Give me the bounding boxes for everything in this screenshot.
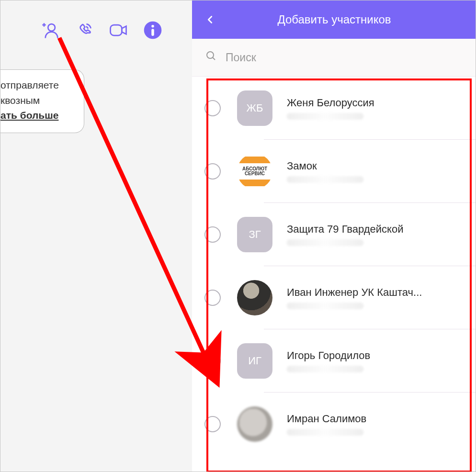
contact-info: Иван Инженер УК Каштач... bbox=[287, 286, 464, 309]
select-checkbox[interactable] bbox=[204, 163, 221, 180]
contact-info: Игорь Городилов bbox=[287, 349, 464, 372]
contact-row[interactable]: ИГ Игорь Городилов bbox=[192, 329, 476, 393]
search-icon bbox=[205, 50, 217, 65]
avatar: ЖБ bbox=[237, 90, 272, 126]
video-call-icon[interactable] bbox=[108, 20, 129, 41]
avatar: ИГ bbox=[237, 343, 272, 379]
chat-toolbar bbox=[0, 0, 192, 60]
contact-subtext bbox=[287, 366, 363, 372]
contact-name: Игорь Городилов bbox=[287, 349, 459, 362]
contact-name: Имран Салимов bbox=[287, 413, 459, 425]
contact-subtext bbox=[287, 239, 363, 246]
svg-rect-3 bbox=[111, 25, 122, 35]
contact-name: Защита 79 Гвардейской bbox=[287, 223, 459, 236]
contact-row[interactable]: АБСОЛЮТСЕРВИС Замок bbox=[192, 140, 476, 203]
learn-more-link[interactable]: ать больше bbox=[0, 108, 74, 123]
select-checkbox[interactable] bbox=[204, 226, 221, 243]
select-checkbox[interactable] bbox=[204, 290, 221, 306]
contact-subtext bbox=[287, 113, 363, 120]
contact-name: Замок bbox=[287, 160, 459, 172]
contact-info: Замок bbox=[287, 160, 464, 183]
encryption-info-box: отправляете квозным ать больше bbox=[0, 69, 84, 133]
search-input[interactable] bbox=[226, 51, 463, 64]
audio-call-icon[interactable] bbox=[73, 20, 94, 41]
panel-header: Добавить участников bbox=[192, 0, 476, 39]
contact-name: Иван Инженер УК Каштач... bbox=[287, 286, 459, 299]
avatar: ЗГ bbox=[237, 217, 272, 252]
info-text-2: квозным bbox=[0, 93, 74, 108]
add-participants-panel: Добавить участников ЖБ Женя Белоруссия А… bbox=[192, 0, 476, 472]
contact-info: Женя Белоруссия bbox=[287, 97, 464, 120]
contact-subtext bbox=[287, 176, 363, 183]
select-checkbox[interactable] bbox=[204, 100, 221, 116]
contact-row[interactable]: Иван Инженер УК Каштач... bbox=[192, 266, 476, 329]
avatar bbox=[237, 280, 272, 315]
avatar bbox=[237, 406, 272, 442]
select-checkbox[interactable] bbox=[204, 416, 221, 432]
svg-point-5 bbox=[151, 25, 154, 28]
svg-point-2 bbox=[48, 24, 55, 31]
info-text-1: отправляете bbox=[0, 78, 74, 93]
contact-row[interactable]: ЗГ Защита 79 Гвардейской bbox=[192, 203, 476, 266]
contact-row[interactable]: ЖБ Женя Белоруссия bbox=[192, 77, 476, 140]
info-icon[interactable] bbox=[142, 20, 163, 41]
avatar: АБСОЛЮТСЕРВИС bbox=[237, 154, 272, 189]
contact-row[interactable]: Имран Салимов bbox=[192, 393, 476, 456]
chat-pane: отправляете квозным ать больше bbox=[0, 0, 192, 472]
back-button[interactable] bbox=[204, 13, 217, 26]
contact-subtext bbox=[287, 429, 363, 436]
contact-info: Имран Салимов bbox=[287, 413, 464, 436]
contact-name: Женя Белоруссия bbox=[287, 97, 459, 109]
select-checkbox[interactable] bbox=[204, 353, 221, 369]
contact-subtext bbox=[287, 303, 363, 309]
contact-list: ЖБ Женя Белоруссия АБСОЛЮТСЕРВИС Замок З… bbox=[192, 77, 476, 472]
add-contact-icon[interactable] bbox=[39, 20, 60, 41]
svg-line-8 bbox=[213, 57, 215, 60]
svg-rect-6 bbox=[151, 29, 154, 36]
panel-title: Добавить участников bbox=[277, 13, 391, 26]
svg-point-7 bbox=[207, 52, 214, 58]
contact-info: Защита 79 Гвардейской bbox=[287, 223, 464, 246]
search-bar bbox=[192, 39, 476, 77]
